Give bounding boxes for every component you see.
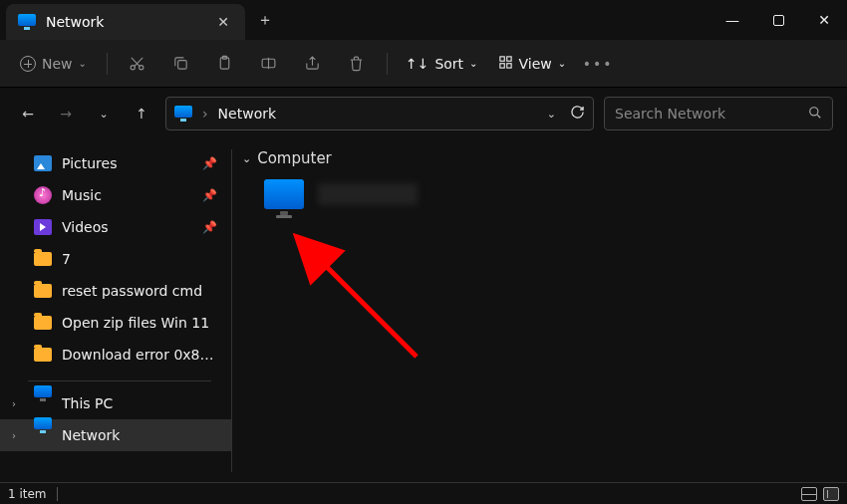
large-icons-view-button[interactable] — [823, 487, 839, 501]
forward-button[interactable]: → — [52, 100, 80, 127]
view-button[interactable]: View ⌄ — [490, 49, 575, 79]
toolbar: New ⌄ ↑↓ Sort ⌄ View ⌄ ••• — [0, 40, 847, 88]
chevron-right-icon[interactable]: › — [12, 430, 16, 441]
tab-network[interactable]: Network ✕ — [6, 4, 245, 40]
folder-icon — [34, 284, 52, 298]
network-icon — [18, 14, 36, 26]
cut-button[interactable] — [118, 46, 157, 82]
title-bar: Network ✕ ＋ — ✕ — [0, 0, 847, 40]
svg-rect-7 — [506, 56, 510, 60]
sidebar-separator — [28, 380, 211, 381]
sidebar-item-folder[interactable]: Download error 0x802 — [0, 339, 231, 371]
chevron-down-icon: ⌄ — [558, 58, 566, 69]
chevron-down-icon: ⌄ — [79, 58, 87, 69]
status-bar: 1 item — [0, 482, 847, 504]
new-button[interactable]: New ⌄ — [10, 50, 97, 78]
group-label: Computer — [257, 149, 332, 167]
search-icon — [808, 106, 822, 123]
sidebar-item-label: Download error 0x802 — [34, 347, 217, 363]
separator — [107, 53, 108, 75]
address-dropdown-button[interactable]: ⌄ — [547, 108, 556, 121]
sidebar-item-folder[interactable]: reset password cmd — [0, 275, 231, 307]
svg-point-10 — [810, 107, 818, 115]
new-tab-button[interactable]: ＋ — [245, 0, 285, 40]
window-close-button[interactable]: ✕ — [801, 0, 847, 40]
svg-rect-9 — [506, 63, 510, 67]
plus-circle-icon — [20, 56, 36, 72]
svg-rect-6 — [499, 56, 503, 60]
search-input[interactable] — [615, 106, 800, 122]
breadcrumb-network[interactable]: Network — [218, 106, 276, 122]
navigation-pane: Pictures 📌 Music 📌 Videos 📌 7 reset pass… — [0, 139, 231, 482]
sidebar-item-videos[interactable]: Videos 📌 — [0, 211, 231, 243]
sort-label: Sort — [434, 56, 463, 72]
network-icon — [34, 417, 52, 429]
refresh-button[interactable] — [570, 105, 585, 123]
chevron-right-icon[interactable]: › — [12, 398, 16, 409]
svg-point-0 — [132, 66, 136, 70]
videos-icon — [34, 219, 52, 235]
network-icon — [174, 106, 192, 118]
pictures-icon — [34, 155, 52, 171]
delete-button[interactable] — [337, 46, 377, 82]
sidebar-item-music[interactable]: Music 📌 — [0, 179, 231, 211]
tab-close-button[interactable]: ✕ — [213, 14, 233, 30]
music-icon — [34, 186, 52, 204]
computer-icon — [264, 179, 304, 209]
status-item-count: 1 item — [8, 487, 47, 501]
paste-button[interactable] — [205, 46, 245, 82]
up-button[interactable]: ↑ — [128, 100, 155, 127]
more-button[interactable]: ••• — [578, 46, 618, 82]
sidebar-item-label: Network — [34, 427, 120, 443]
sidebar-item-label: Open zip files Win 11 — [34, 315, 209, 331]
breadcrumb-separator: › — [202, 106, 208, 122]
share-button[interactable] — [293, 46, 333, 82]
group-header-computer[interactable]: ⌄ Computer — [240, 149, 847, 167]
navigation-bar: ← → ⌄ ↑ › Network ⌄ — [0, 88, 847, 139]
sort-button[interactable]: ↑↓ Sort ⌄ — [398, 50, 486, 78]
view-icon — [498, 55, 513, 73]
window-maximize-button[interactable] — [755, 0, 801, 40]
sidebar-item-this-pc[interactable]: › This PC — [0, 387, 231, 419]
body-region: Pictures 📌 Music 📌 Videos 📌 7 reset pass… — [0, 139, 847, 482]
computer-name-redacted — [318, 183, 418, 205]
svg-rect-2 — [178, 61, 187, 69]
recent-locations-button[interactable]: ⌄ — [90, 100, 118, 127]
sort-icon: ↑↓ — [406, 56, 428, 72]
rename-button[interactable] — [249, 46, 289, 82]
folder-icon — [34, 348, 52, 362]
sidebar-item-network[interactable]: › Network — [0, 419, 231, 451]
titlebar-drag-region — [285, 0, 709, 40]
pin-icon: 📌 — [202, 188, 217, 202]
separator — [57, 487, 58, 501]
separator — [387, 53, 388, 75]
pin-icon: 📌 — [202, 156, 217, 170]
address-bar[interactable]: › Network ⌄ — [165, 97, 594, 130]
back-button[interactable]: ← — [14, 100, 42, 127]
copy-button[interactable] — [161, 46, 201, 82]
svg-rect-8 — [499, 63, 503, 67]
computer-item[interactable] — [260, 173, 847, 215]
details-view-button[interactable] — [801, 487, 817, 501]
view-label: View — [519, 56, 552, 72]
window-minimize-button[interactable]: — — [709, 0, 755, 40]
folder-icon — [34, 252, 52, 266]
new-button-label: New — [42, 56, 73, 72]
chevron-down-icon: ⌄ — [242, 152, 251, 165]
content-pane: ⌄ Computer — [232, 139, 847, 482]
pin-icon: 📌 — [202, 220, 217, 234]
sidebar-item-folder[interactable]: 7 — [0, 243, 231, 275]
chevron-down-icon: ⌄ — [469, 58, 477, 69]
sidebar-item-pictures[interactable]: Pictures 📌 — [0, 147, 231, 179]
tab-title: Network — [46, 14, 104, 30]
svg-point-1 — [140, 66, 143, 70]
this-pc-icon — [34, 385, 52, 397]
folder-icon — [34, 316, 52, 330]
sidebar-item-folder[interactable]: Open zip files Win 11 — [0, 307, 231, 339]
search-box[interactable] — [604, 97, 833, 130]
sidebar-item-label: reset password cmd — [34, 283, 202, 299]
